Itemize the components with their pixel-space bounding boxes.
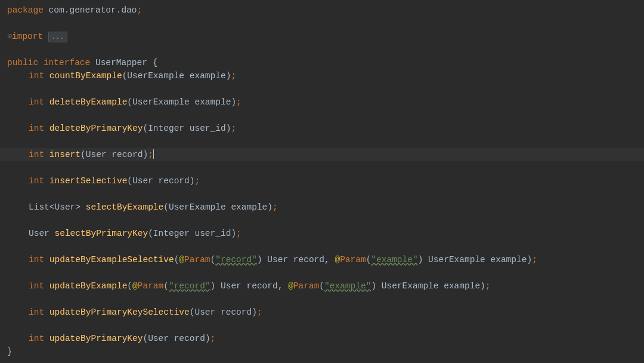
code-line-blank[interactable] — [0, 187, 644, 201]
annotation-at: @ — [179, 255, 184, 264]
space — [43, 32, 48, 41]
type-list: List — [29, 202, 49, 212]
method-name: deleteByExample — [49, 97, 128, 107]
rparen: ) — [527, 255, 532, 264]
keyword-public: public — [7, 58, 44, 67]
rparen: ) — [257, 255, 262, 264]
code-line[interactable]: package com.generator.dao; — [0, 4, 644, 17]
code-line-blank[interactable] — [0, 17, 644, 30]
rparen: ) — [231, 97, 236, 107]
code-line-blank[interactable] — [0, 266, 644, 279]
code-editor[interactable]: package com.generator.dao; ⊕import ... p… — [0, 4, 644, 358]
keyword-int: int — [29, 334, 44, 343]
type-user: User — [55, 202, 76, 212]
semicolon: ; — [194, 176, 200, 186]
lparen: ( — [143, 334, 148, 343]
code-line[interactable]: List<User> selectByExample(UserExample e… — [0, 201, 644, 214]
code-line-blank[interactable] — [0, 109, 644, 122]
keyword-int: int — [29, 255, 44, 264]
param: User record — [262, 255, 324, 264]
package-path: com.generator.dao — [44, 5, 137, 15]
code-line[interactable]: } — [0, 345, 644, 358]
method-name: countByExample — [49, 71, 122, 81]
rparen: ) — [480, 281, 485, 291]
code-line[interactable]: int insertSelective(User record); — [0, 174, 644, 187]
semicolon: ; — [210, 334, 216, 343]
lparen: ( — [148, 229, 153, 238]
code-line[interactable]: int updateByPrimaryKeySelective(User rec… — [0, 306, 644, 319]
annotation-at: @ — [335, 255, 340, 264]
code-line[interactable]: int updateByPrimaryKey(User record); — [0, 332, 644, 345]
semicolon: ; — [236, 97, 242, 107]
semicolon: ; — [273, 202, 278, 212]
semicolon: ; — [532, 255, 537, 264]
code-line[interactable]: int updateByExample(@Param("record") Use… — [0, 279, 644, 293]
code-line-blank[interactable] — [0, 82, 644, 96]
keyword-int: int — [29, 124, 44, 133]
rparen: ) — [252, 307, 257, 317]
method-name: updateByExampleSelective — [49, 255, 174, 264]
code-line-active[interactable]: int insert(User record); — [0, 148, 644, 161]
lparen: ( — [163, 281, 169, 291]
annotation-name: Param — [293, 281, 320, 291]
string-record: "record" — [215, 255, 257, 264]
string-example: "example" — [324, 281, 371, 291]
code-line[interactable]: User selectByPrimaryKey(Integer user_id)… — [0, 227, 644, 240]
semicolon: ; — [148, 150, 153, 159]
lt: < — [49, 202, 55, 212]
rparen: ) — [371, 281, 376, 291]
keyword-int: int — [29, 71, 44, 81]
method-name: deleteByPrimaryKey — [49, 124, 143, 133]
code-line-blank[interactable] — [0, 293, 644, 306]
param: UserExample example — [169, 202, 267, 212]
param: User record — [148, 334, 205, 343]
param: UserExample example — [127, 71, 225, 81]
keyword-int: int — [29, 176, 44, 186]
keyword-interface: interface — [44, 58, 90, 67]
lparen: ( — [163, 202, 169, 212]
code-line-blank[interactable] — [0, 319, 644, 332]
param: User record — [86, 150, 143, 159]
fold-gutter-icon[interactable]: ⊕ — [7, 30, 12, 43]
code-line[interactable]: int deleteByPrimaryKey(Integer user_id); — [0, 122, 644, 135]
annotation-name: Param — [184, 255, 210, 264]
lparen: ( — [127, 97, 132, 107]
param: User record — [132, 176, 190, 186]
lparen: ( — [210, 255, 216, 264]
semicolon: ; — [236, 229, 242, 238]
annotation-name: Param — [138, 281, 164, 291]
fold-marker[interactable]: ... — [48, 32, 67, 42]
annotation-name: Param — [340, 255, 366, 264]
code-line-blank[interactable] — [0, 214, 644, 227]
code-line[interactable]: int updateByExampleSelective(@Param("rec… — [0, 253, 644, 266]
code-line-blank[interactable] — [0, 161, 644, 174]
code-line-blank[interactable] — [0, 43, 644, 56]
code-line-blank[interactable] — [0, 240, 644, 253]
annotation-at: @ — [132, 281, 138, 291]
param: UserExample example — [423, 255, 527, 264]
string-record: "record" — [169, 281, 210, 291]
gt: > — [75, 202, 80, 212]
param: User record — [194, 307, 252, 317]
lparen: ( — [143, 124, 148, 133]
semicolon: ; — [485, 281, 491, 291]
param: UserExample example — [132, 97, 231, 107]
comma: , — [324, 255, 330, 264]
method-name: updateByExample — [49, 281, 128, 291]
method-name: selectByPrimaryKey — [55, 229, 148, 238]
lparen: ( — [127, 176, 132, 186]
method-name: insert — [49, 150, 80, 159]
rparen: ) — [210, 281, 216, 291]
keyword-int: int — [29, 150, 44, 159]
code-line[interactable]: int deleteByExample(UserExample example)… — [0, 96, 644, 109]
code-line[interactable]: int countByExample(UserExample example); — [0, 69, 644, 82]
lparen: ( — [80, 150, 86, 159]
code-line-blank[interactable] — [0, 135, 644, 148]
rparen: ) — [231, 229, 236, 238]
method-name: updateByPrimaryKey — [49, 334, 143, 343]
code-line[interactable]: ⊕import ... — [0, 30, 644, 43]
brace-close: } — [7, 347, 13, 356]
brace-open: { — [153, 58, 158, 67]
annotation-at: @ — [288, 281, 293, 291]
code-line[interactable]: public interface UserMapper { — [0, 56, 644, 69]
